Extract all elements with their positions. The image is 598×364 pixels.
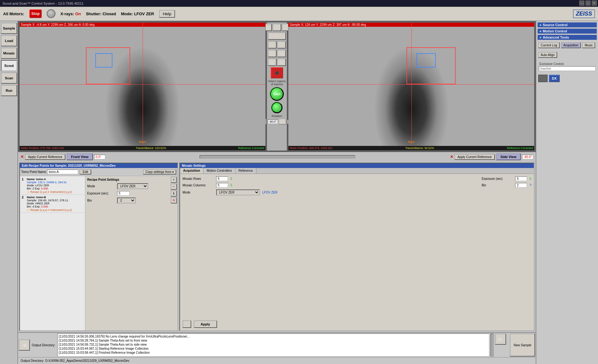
nav-scout-button[interactable]: Scout <box>1 60 17 71</box>
tomo-sample-1: Sample: 135.0, 24589.0, 284.5s <box>27 181 72 184</box>
log-line-2: [11/01/2021 14:56:58.732,1] Sample Theta… <box>59 343 488 347</box>
mosaic-exposure-input[interactable] <box>515 176 527 181</box>
mosaic-bin-input[interactable] <box>515 183 527 188</box>
tomo-item-2[interactable]: 2 Name: tomo-B Sample: 156.60, 2479.57, … <box>21 195 84 213</box>
side-transmittance: Transmittance: 94.52% <box>405 147 434 150</box>
new-sample-button[interactable]: New Sample <box>510 334 535 357</box>
tab-reference[interactable]: Reference <box>235 168 256 174</box>
close-button[interactable]: ✕ <box>592 1 597 6</box>
rot-pos-btn[interactable]: ▷ <box>279 119 286 124</box>
tab-motion-controllers[interactable]: Motion Controllers <box>203 168 235 174</box>
zoom-in-btn[interactable]: + <box>273 24 281 31</box>
info-point-btn[interactable]: ℹ <box>171 190 177 197</box>
nav-run-button[interactable]: Run <box>1 85 17 96</box>
status-back-btn[interactable]: ◀ <box>19 339 30 351</box>
mosaic-mode-blue: LFOV ZER <box>262 191 278 194</box>
nav-up-btn[interactable]: ↑ <box>268 41 277 49</box>
view-btn-b[interactable]: ⊡ <box>277 50 286 57</box>
nav-mosaic-button[interactable]: Mosaic <box>1 48 17 59</box>
exposure-input[interactable] <box>117 191 130 196</box>
front-roi-box[interactable] <box>86 47 130 84</box>
front-crosshair-v <box>143 23 143 146</box>
mosaic-panel: Mosaic Settings Acquisition Motion Contr… <box>179 163 534 331</box>
apply-button[interactable]: Apply <box>194 320 217 328</box>
current-log-btn[interactable]: Current Log <box>538 42 560 48</box>
mosaic-mode-row: Mode LFOV ZER LFOV ZER <box>183 189 531 195</box>
mosaic-mode-select[interactable]: LFOV ZER <box>216 189 260 195</box>
xrays-status: X-rays: On <box>60 12 81 16</box>
front-ref-status: Reference Corrected <box>238 147 264 150</box>
side-roi-box[interactable] <box>406 47 456 84</box>
side-apply-ref-btn[interactable]: Apply Current Reference <box>454 154 495 160</box>
exposure-label: Exposure (sec) <box>87 192 115 195</box>
middle-toolbar: ⊞ + − ⇔ ↑ ↓ ⊡ ⊡ ☰ ⊟ ⬛ Se <box>267 22 287 151</box>
tomo-sample-2: Sample: 156.60, 2479.57, 278.11 <box>27 199 72 202</box>
tomo-bin-2: Bin: 4 Exp: 5.000 <box>27 205 72 208</box>
mosaic-icon-btn[interactable] <box>183 320 191 328</box>
view-btns-3: ☰ ⊟ <box>268 58 286 66</box>
mosaic-rows-label: Mosaic Rows <box>183 177 214 180</box>
nav-dn-btn[interactable]: ↓ <box>277 41 286 49</box>
delete-point-btn[interactable]: − <box>171 184 177 190</box>
add-point-btn[interactable]: + <box>171 177 177 183</box>
view-btn-d[interactable]: ⊟ <box>277 58 286 66</box>
mosaic-bin-label: Bin <box>482 184 513 187</box>
copy-settings-button[interactable]: Copy settings from ▾ <box>143 169 176 175</box>
mosaic-cols-label: Mosaic Columns <box>183 184 214 187</box>
side-view-canvas[interactable]: 84μm <box>288 23 534 146</box>
bin-select[interactable]: 2 4 <box>117 198 136 203</box>
mosaic-actions: Apply <box>183 320 531 328</box>
maximize-button[interactable]: □ <box>586 1 591 6</box>
stop-round-button[interactable] <box>271 102 282 113</box>
start-button[interactable]: Start <box>270 87 284 101</box>
source-control-label: Source Control <box>543 23 567 27</box>
mosaic-cols-input[interactable] <box>216 183 228 188</box>
tomo-edit-button[interactable]: Edit <box>79 169 91 175</box>
all-motors-label: All Motors: <box>3 12 24 16</box>
nav-load-button[interactable]: Load <box>1 35 17 46</box>
acquisition-btn[interactable]: Acquisition <box>561 42 581 48</box>
center-content: Sample X: -4.8 um Y: 2299 um Z: 266 um θ… <box>18 21 536 364</box>
front-apply-ref-btn[interactable]: Apply Current Reference <box>25 154 65 160</box>
tomo-bin-1: Bin: 2 Exp: 5.000 <box>27 187 72 190</box>
dx-badge-btn[interactable]: DX <box>549 75 560 82</box>
auto-align-btn[interactable]: Auto Align <box>538 52 557 58</box>
bin-question[interactable]: ? <box>529 184 531 187</box>
status-forward-btn[interactable]: ▶ <box>495 334 506 345</box>
front-view-canvas[interactable]: 84μm <box>20 23 265 146</box>
right-panel: ● Source Control ● Motion Control ● Adva… <box>536 21 598 364</box>
monitor-icon[interactable] <box>538 75 548 82</box>
tomo-item-1[interactable]: 1 Name: tomo-A Sample: 135.0, 24589.0, 2… <box>21 177 84 195</box>
tomo-name-2: Name: tomo-B <box>27 196 72 199</box>
mosaic-rows-input[interactable] <box>216 176 228 181</box>
source-control-header[interactable]: ● Source Control <box>538 22 597 27</box>
tab-acquisition[interactable]: Acquisition <box>180 168 203 174</box>
horizontal-scrollbar[interactable] <box>200 155 355 158</box>
front-close-btn[interactable]: ✕ <box>21 155 24 159</box>
advanced-tools-header[interactable]: ● Advanced Tools <box>538 35 597 40</box>
view-btn-a[interactable]: ⊡ <box>268 50 277 57</box>
minimize-button[interactable]: — <box>579 1 584 6</box>
nav-scan-button[interactable]: Scan <box>1 72 17 84</box>
help-button[interactable]: Help <box>159 10 175 18</box>
view-btn-c[interactable]: ☰ <box>268 58 277 66</box>
roi-select-btn[interactable]: ⬛ <box>271 67 283 78</box>
tomo-warning-2: ⚠ Recipe (x,y,z) ≠ Instrument (x,y,z) <box>27 208 72 212</box>
mosaic-mode-label: Mode <box>183 191 214 194</box>
stop-button[interactable]: Stop <box>29 9 42 18</box>
tomo-point-input[interactable] <box>47 170 78 174</box>
side-close-btn[interactable]: ✕ <box>450 155 453 159</box>
motion-control-header[interactable]: ● Motion Control <box>538 29 597 34</box>
front-view-label-btn[interactable]: Front View <box>67 153 93 160</box>
mode-select[interactable]: LFOV ZER <box>117 183 148 189</box>
pan-btn[interactable]: ⇔ <box>268 32 286 40</box>
log-scrollbar[interactable] <box>491 334 494 357</box>
side-view-label-btn[interactable]: Side View <box>496 153 521 160</box>
log-line-1: [11/01/2021 14:56:28.764,1] Sample Theta… <box>59 338 488 343</box>
remove-point-btn[interactable]: ✕ <box>171 197 177 203</box>
music-btn[interactable]: Music <box>582 42 595 48</box>
advanced-tools-btns: Current Log Acquisition Music <box>538 41 597 49</box>
nav-btns: ↑ ↓ <box>268 41 286 49</box>
nav-sample-button[interactable]: Sample <box>1 23 17 34</box>
tomo-mode-1: Mode: LFOV ZER <box>27 184 72 187</box>
